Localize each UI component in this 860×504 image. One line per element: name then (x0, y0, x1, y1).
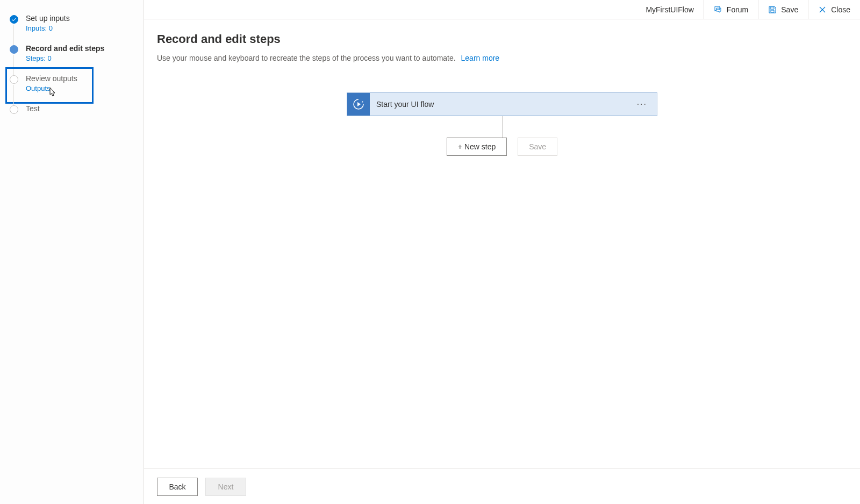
save-icon (768, 5, 777, 14)
step-review-outputs[interactable]: Review outputs Outputs (8, 71, 140, 101)
flow-card-title: Start your UI flow (370, 100, 627, 109)
forum-label: Forum (727, 5, 748, 14)
step-subtitle: Steps: 0 (26, 54, 104, 62)
save-button[interactable]: Save (758, 0, 808, 19)
connector-line (502, 116, 503, 138)
step-title: Test (26, 104, 40, 113)
canvas-save-button: Save (518, 138, 557, 156)
close-label: Close (831, 5, 850, 14)
close-button[interactable]: Close (808, 0, 860, 19)
step-subtitle: Outputs (26, 84, 77, 92)
wizard-sidebar: Set up inputs Inputs: 0 Record and edit … (0, 0, 144, 504)
step-indicator-pending (10, 105, 18, 114)
step-indicator-current (10, 45, 18, 54)
close-icon (818, 5, 827, 14)
play-refresh-icon (352, 98, 365, 111)
flow-name: MyFirstUIFlow (636, 5, 703, 14)
step-indicator-pending (10, 75, 18, 84)
flow-canvas: Start your UI flow ··· + New step Save (157, 92, 847, 156)
step-test[interactable]: Test (8, 101, 140, 123)
footer-nav: Back Next (144, 469, 860, 504)
flow-card-start[interactable]: Start your UI flow ··· (347, 92, 657, 116)
back-button[interactable]: Back (157, 478, 198, 496)
page-desc-text: Use your mouse and keyboard to recreate … (157, 54, 456, 62)
step-setup-inputs[interactable]: Set up inputs Inputs: 0 (8, 11, 140, 41)
new-step-button[interactable]: + New step (447, 138, 507, 156)
forum-button[interactable]: Forum (704, 0, 758, 19)
page-description: Use your mouse and keyboard to recreate … (157, 54, 847, 62)
step-title: Set up inputs (26, 14, 70, 23)
page-title: Record and edit steps (157, 32, 847, 46)
flow-card-menu[interactable]: ··· (627, 99, 657, 109)
next-button: Next (205, 478, 246, 496)
learn-more-link[interactable]: Learn more (461, 54, 500, 62)
header-bar: MyFirstUIFlow Forum Save Close (144, 0, 860, 19)
forum-icon (714, 5, 722, 14)
save-label: Save (781, 5, 798, 14)
flow-card-icon (347, 93, 370, 116)
step-subtitle: Inputs: 0 (26, 24, 70, 32)
step-title: Record and edit steps (26, 44, 104, 53)
step-record-edit[interactable]: Record and edit steps Steps: 0 (8, 41, 140, 71)
checkmark-icon (11, 17, 17, 22)
step-title: Review outputs (26, 74, 77, 83)
step-indicator-completed (10, 15, 18, 24)
